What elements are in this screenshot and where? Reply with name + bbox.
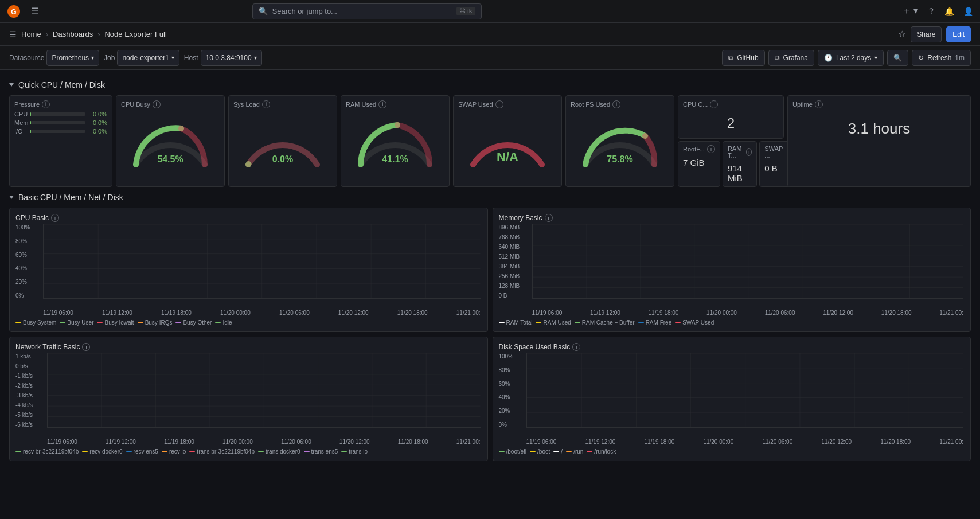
pressure-mem-row: Mem 0.0% [14, 119, 107, 126]
ram-used-title: RAM Used i [346, 100, 444, 108]
ram-total-info-icon[interactable]: i [746, 148, 752, 156]
chevron-down-icon: ▾ [91, 54, 94, 61]
uptime-info-icon[interactable]: i [815, 100, 823, 108]
disk-basic-yaxis: 100%80%60%40%20%0% [499, 353, 525, 428]
legend-boot: /boot [530, 448, 550, 455]
refresh-icon: ↻ [918, 54, 924, 62]
cpu-count-value: 2 [683, 111, 779, 134]
rootfs-title: RootF... i [683, 145, 715, 153]
root-fs-panel: Root FS Used i 75.8% [565, 95, 674, 187]
network-basic-legend: recv br-3c22119bf04b recv docker0 recv e… [15, 448, 482, 455]
job-select[interactable]: node-exporter1 ▾ [117, 50, 179, 66]
network-basic-info-icon[interactable]: i [82, 343, 90, 351]
host-select[interactable]: 10.0.3.84:9100 ▾ [201, 50, 262, 66]
network-basic-xaxis: 11/19 06:0011/19 12:0011/19 18:0011/20 0… [47, 439, 481, 445]
pressure-io-bar [30, 130, 85, 133]
memory-basic-info-icon[interactable]: i [545, 214, 553, 222]
cpu-busy-gauge: 54.5% [121, 111, 220, 174]
cpu-basic-xaxis: 11/19 06:0011/19 12:0011/19 18:0011/20 0… [43, 310, 481, 316]
disk-basic-chart-area: 100%80%60%40%20%0% [499, 353, 965, 445]
ram-used-info-icon[interactable]: i [378, 100, 386, 108]
timerange-select[interactable]: 🕐 Last 2 days ▾ [818, 50, 884, 66]
swap-used-value: N/A [497, 150, 518, 165]
root-fs-title: Root FS Used i [571, 100, 669, 108]
pressure-cpu-row: CPU 0.0% [14, 111, 107, 118]
cpu-count-panel: CPU C... i 2 [678, 95, 784, 139]
legend-trans-lo: trans lo [341, 448, 368, 455]
quick-section-title: Quick CPU / Mem / Disk [18, 80, 105, 89]
legend-recv-ens5: recv ens5 [126, 448, 158, 455]
pressure-panel: Pressure i CPU 0.0% Mem 0.0% I/O 0.0% [9, 95, 112, 187]
root-fs-info-icon[interactable]: i [612, 100, 620, 108]
sys-load-info-icon[interactable]: i [262, 100, 270, 108]
quick-stats-row: Pressure i CPU 0.0% Mem 0.0% I/O 0.0% [9, 95, 971, 187]
pressure-info-icon[interactable]: i [42, 100, 50, 108]
memory-basic-xaxis: 11/19 06:0011/19 12:0011/19 18:0011/20 0… [532, 310, 964, 316]
cpu-count-info-icon[interactable]: i [710, 100, 718, 108]
legend-run: /run [566, 448, 583, 455]
cpu-basic-info-icon[interactable]: i [51, 214, 59, 222]
toolbar: Datasource Prometheus ▾ Job node-exporte… [0, 46, 980, 70]
quick-section-header[interactable]: Quick CPU / Mem / Disk [9, 80, 971, 89]
memory-basic-legend: RAM Total RAM Used RAM Cache + Buffer RA… [499, 319, 965, 326]
grafana-button[interactable]: ⧉ Grafana [768, 50, 814, 66]
host-filter: Host 10.0.3.84:9100 ▾ [184, 50, 262, 66]
legend-swap-used: SWAP Used [675, 319, 714, 326]
star-icon[interactable]: ☆ [898, 29, 906, 40]
chevron-down-icon: ▾ [874, 54, 877, 61]
legend-idle: Idle [215, 319, 232, 326]
ram-total-value: 914 MiB [728, 161, 752, 183]
github-button[interactable]: ⧉ GitHub [722, 50, 764, 66]
cpu-busy-info-icon[interactable]: i [153, 100, 161, 108]
legend-boot-efi: /boot/efi [499, 448, 527, 455]
chevron-down-icon: ▾ [254, 54, 257, 61]
subnav: ☰ Home › Dashboards › Node Exporter Full… [0, 23, 980, 46]
disk-basic-info-icon[interactable]: i [572, 343, 580, 351]
refresh-button[interactable]: ↻ Refresh 1m [912, 50, 971, 66]
legend-ram-free: RAM Free [638, 319, 672, 326]
cpu-basic-chart-area: 100%80%60%40%20%0% [15, 224, 482, 316]
memory-basic-yaxis: 896 MiB768 MiB640 MiB512 MiB384 MiB256 M… [499, 224, 530, 299]
memory-basic-chart-area: 896 MiB768 MiB640 MiB512 MiB384 MiB256 M… [499, 224, 965, 316]
legend-root: / [553, 448, 563, 455]
edit-button[interactable]: Edit [946, 26, 971, 42]
toolbar-right: ⧉ GitHub ⧉ Grafana 🕐 Last 2 days ▾ 🔍 ↻ R… [722, 50, 971, 66]
basic-section-title: Basic CPU / Mem / Net / Disk [18, 193, 123, 202]
rootfs-value: 7 GiB [683, 155, 715, 167]
zoom-out-button[interactable]: 🔍 [887, 50, 908, 66]
cpu-basic-yaxis: 100%80%60%40%20%0% [15, 224, 41, 299]
user-icon[interactable]: 👤 [963, 7, 973, 16]
hamburger-icon[interactable]: ☰ [31, 6, 39, 17]
job-label: Job [104, 54, 115, 62]
sys-load-panel: Sys Load i 0.0% [228, 95, 337, 187]
chevron-down-icon: ▾ [171, 54, 174, 61]
hamburger-menu-icon[interactable]: ☰ [9, 30, 17, 39]
share-button[interactable]: Share [911, 26, 942, 42]
topbar: G ☰ 🔍 Search or jump to... ⌘+k ＋ ▾ ？ 🔔 👤 [0, 0, 980, 23]
breadcrumb-dashboards[interactable]: Dashboards [53, 30, 93, 38]
legend-recv-lo: recv lo [162, 448, 186, 455]
sub-stats-row: RootF... i 7 GiB RAM T... i 914 MiB SWAP… [678, 141, 784, 187]
breadcrumb-home[interactable]: Home [21, 30, 41, 38]
legend-busy-iowait: Busy Iowait [97, 319, 134, 326]
question-icon[interactable]: ？ [927, 6, 935, 17]
bell-icon[interactable]: 🔔 [944, 7, 954, 16]
rootfs-stat: RootF... i 7 GiB [678, 141, 720, 187]
root-fs-gauge: 75.8% [571, 111, 669, 174]
swap-used-info-icon[interactable]: i [495, 100, 503, 108]
cpu-count-column: CPU C... i 2 RootF... i 7 GiB RAM T... i [678, 95, 784, 187]
legend-ram-total: RAM Total [499, 319, 533, 326]
grafana-logo: G [7, 5, 21, 18]
legend-run-lock: /run/lock [587, 448, 616, 455]
search-bar[interactable]: 🔍 Search or jump to... ⌘+k [252, 3, 482, 19]
add-icon[interactable]: ＋ ▾ [902, 5, 918, 17]
breadcrumb-current: Node Exporter Full [104, 30, 166, 38]
clock-icon: 🕐 [824, 54, 833, 62]
basic-section-header[interactable]: Basic CPU / Mem / Net / Disk [9, 193, 971, 202]
datasource-select[interactable]: Prometheus ▾ [46, 50, 99, 66]
pressure-cpu-bar [30, 112, 85, 116]
rootfs-info-icon[interactable]: i [707, 145, 715, 153]
disk-basic-legend: /boot/efi /boot / /run /run/lock [499, 448, 965, 455]
cpu-count-title: CPU C... i [683, 100, 779, 108]
disk-basic-xaxis: 11/19 06:0011/19 12:0011/19 18:0011/20 0… [526, 439, 964, 445]
